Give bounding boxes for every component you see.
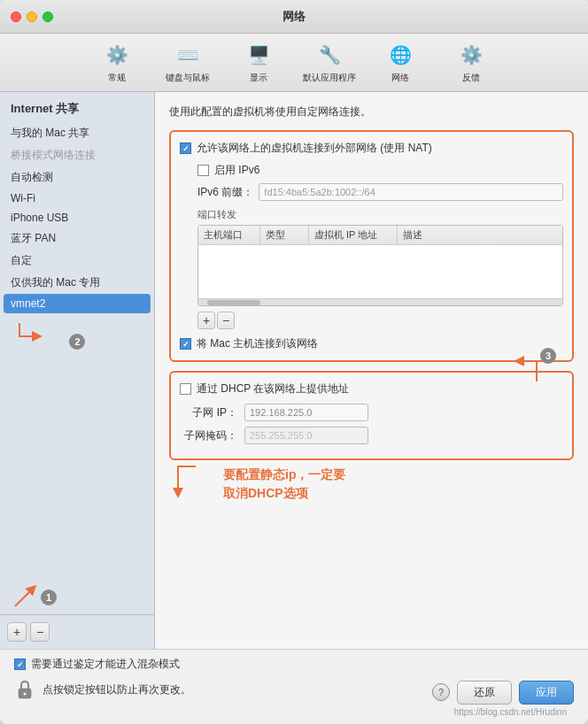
sidebar: Internet 共享 与我的 Mac 共享 桥接模式网络连接 自动检测 Wi-… (0, 92, 155, 649)
promiscuous-label: 需要通过鉴定才能进入混杂模式 (31, 657, 180, 672)
subnet-mask-input[interactable] (244, 427, 368, 444)
close-button[interactable] (11, 12, 21, 22)
lock-row: 点按锁定按钮以防止再次更改。 (14, 679, 191, 700)
bottom-buttons-area: ? 还原 应用 (432, 681, 574, 705)
sidebar-item-share-mac[interactable]: 与我的 Mac 共享 (0, 122, 154, 144)
dhcp-section: 3 通过 DHCP 在该网络上提供地址 子网 IP： 子网掩码： (169, 371, 574, 460)
subnet-ip-label: 子网 IP： (180, 405, 237, 420)
toolbar-item-default-apps[interactable]: 🔧 默认应用程序 (303, 41, 356, 84)
toolbar: ⚙️ 常规 ⌨️ 键盘与鼠标 🖥️ 显示 🔧 默认应用程序 🌐 网络 ⚙️ 反馈 (0, 34, 588, 92)
port-table-scrollbar[interactable] (198, 298, 562, 305)
sidebar-item-vmnet2[interactable]: vmnet2 (4, 294, 151, 313)
help-button[interactable]: ? (432, 683, 450, 701)
scrollbar-thumb[interactable] (207, 300, 260, 305)
toolbar-label-general: 常规 (108, 72, 126, 84)
sidebar-item-custom[interactable]: 自定 (0, 250, 154, 272)
subnet-mask-label: 子网掩码： (180, 428, 237, 443)
toolbar-item-display[interactable]: 🖥️ 显示 (232, 41, 285, 84)
nat-checkbox[interactable] (180, 142, 191, 154)
toolbar-label-default-apps: 默认应用程序 (303, 72, 356, 84)
info-text: 使用此配置的虚拟机将使用自定网络连接。 (169, 104, 574, 119)
main-window: 网络 ⚙️ 常规 ⌨️ 键盘与鼠标 🖥️ 显示 🔧 默认应用程序 🌐 网络 ⚙️… (0, 0, 588, 724)
ipv6-prefix-label: IPv6 前缀： (197, 185, 253, 200)
callout-1-arrow (11, 584, 37, 611)
svg-point-1 (24, 693, 27, 696)
sidebar-item-bridge[interactable]: 桥接模式网络连接 (0, 144, 154, 166)
sidebar-item-bluetooth-pan[interactable]: 蓝牙 PAN (0, 227, 154, 250)
port-table-header: 主机端口 类型 虚拟机 IP 地址 描述 (198, 226, 562, 245)
bottom-row-flex: 点按锁定按钮以防止再次更改。 ? 还原 应用 (14, 679, 574, 705)
col-type: 类型 (260, 226, 309, 244)
col-desc: 描述 (398, 226, 562, 244)
remove-port-button[interactable]: − (217, 312, 235, 329)
remove-network-button[interactable]: − (30, 622, 50, 642)
lock-text: 点按锁定按钮以防止再次更改。 (43, 682, 191, 697)
ipv6-checkbox-row: 启用 IPv6 (197, 163, 563, 178)
dhcp-checkbox[interactable] (180, 383, 191, 395)
nat-checkbox-row: 允许该网络上的虚拟机连接到外部网络 (使用 NAT) (180, 141, 563, 156)
subnet-mask-row: 子网掩码： (180, 427, 563, 444)
sidebar-bottom-buttons: + − (0, 614, 154, 649)
keyboard-icon: ⌨️ (174, 41, 202, 69)
ipv6-checkbox-label: 启用 IPv6 (214, 163, 259, 178)
callout-number-2: 2 (69, 334, 85, 350)
table-buttons: + − (197, 312, 563, 329)
connect-mac-checkbox[interactable] (180, 338, 191, 350)
toolbar-item-network[interactable]: 🌐 网络 (374, 41, 427, 84)
col-host-port: 主机端口 (198, 226, 260, 244)
callout-number-1: 1 (41, 589, 57, 605)
sidebar-item-iphone-usb[interactable]: iPhone USB (0, 208, 154, 227)
sidebar-item-mac-only[interactable]: 仅供我的 Mac 专用 (0, 272, 154, 294)
lock-icon[interactable] (14, 679, 35, 700)
toolbar-item-general[interactable]: ⚙️ 常规 (90, 41, 143, 84)
watermark: https://blog.csdn.net/Hrudinn (14, 707, 574, 717)
toolbar-label-feedback: 反馈 (462, 72, 480, 84)
toolbar-label-network: 网络 (391, 72, 409, 84)
window-title: 网络 (282, 9, 306, 25)
main-content: Internet 共享 与我的 Mac 共享 桥接模式网络连接 自动检测 Wi-… (0, 92, 588, 649)
network-icon: 🌐 (386, 41, 414, 69)
dhcp-annotation-area: 要配置静态ip，一定要 取消DHCP选项 (169, 462, 574, 506)
display-icon: 🖥️ (244, 41, 273, 69)
subnet-ip-row: 子网 IP： (180, 404, 563, 421)
ipv6-checkbox[interactable] (197, 165, 209, 176)
callout-number-3: 3 (540, 348, 556, 364)
callout-2-arrow (11, 319, 64, 345)
maximize-button[interactable] (43, 12, 53, 22)
callout-3-arrow (501, 357, 545, 383)
dhcp-annotation-arrow (169, 462, 200, 506)
restore-button[interactable]: 还原 (457, 681, 512, 705)
port-forwarding-table: 主机端口 类型 虚拟机 IP 地址 描述 (197, 225, 563, 306)
toolbar-item-feedback[interactable]: ⚙️ 反馈 (445, 41, 498, 84)
toolbar-item-keyboard[interactable]: ⌨️ 键盘与鼠标 (161, 41, 214, 84)
add-port-button[interactable]: + (197, 312, 215, 329)
promiscuous-row: 需要通过鉴定才能进入混杂模式 (14, 657, 574, 672)
minimize-button[interactable] (27, 12, 37, 22)
col-vm-ip: 虚拟机 IP 地址 (309, 226, 398, 244)
subnet-ip-input[interactable] (244, 404, 368, 421)
ipv6-prefix-input[interactable] (259, 183, 563, 201)
add-network-button[interactable]: + (7, 622, 27, 642)
port-table-body (198, 245, 562, 298)
traffic-lights (11, 12, 53, 22)
nat-checkbox-label: 允许该网络上的虚拟机连接到外部网络 (使用 NAT) (197, 141, 432, 156)
toolbar-label-display: 显示 (250, 72, 267, 84)
lock-svg (16, 680, 34, 699)
sidebar-item-wifi[interactable]: Wi-Fi (0, 189, 154, 208)
connect-mac-row: 将 Mac 主机连接到该网络 (180, 336, 563, 351)
port-forwarding-label: 端口转发 (197, 208, 563, 221)
promiscuous-checkbox[interactable] (14, 659, 26, 670)
right-panel: 使用此配置的虚拟机将使用自定网络连接。 允许该网络上的虚拟机连接到外部网络 (使… (155, 92, 588, 649)
feedback-icon: ⚙️ (457, 41, 485, 69)
connect-mac-label: 将 Mac 主机连接到该网络 (197, 336, 318, 351)
bottom-area: 需要通过鉴定才能进入混杂模式 点按锁定按钮以防止再次更改。 ? 还原 应用 (0, 649, 588, 724)
callout-3-arrow-container: 3 (501, 357, 545, 387)
dhcp-checkbox-label: 通过 DHCP 在该网络上提供地址 (197, 381, 349, 397)
titlebar: 网络 (0, 0, 588, 34)
general-icon: ⚙️ (103, 41, 131, 69)
nat-section: 允许该网络上的虚拟机连接到外部网络 (使用 NAT) 启用 IPv6 IPv6 … (169, 130, 574, 362)
sidebar-title: Internet 共享 (0, 92, 154, 122)
apply-button[interactable]: 应用 (519, 681, 574, 705)
sidebar-item-auto[interactable]: 自动检测 (0, 166, 154, 189)
dhcp-annotation: 要配置静态ip，一定要 取消DHCP选项 (223, 466, 345, 503)
